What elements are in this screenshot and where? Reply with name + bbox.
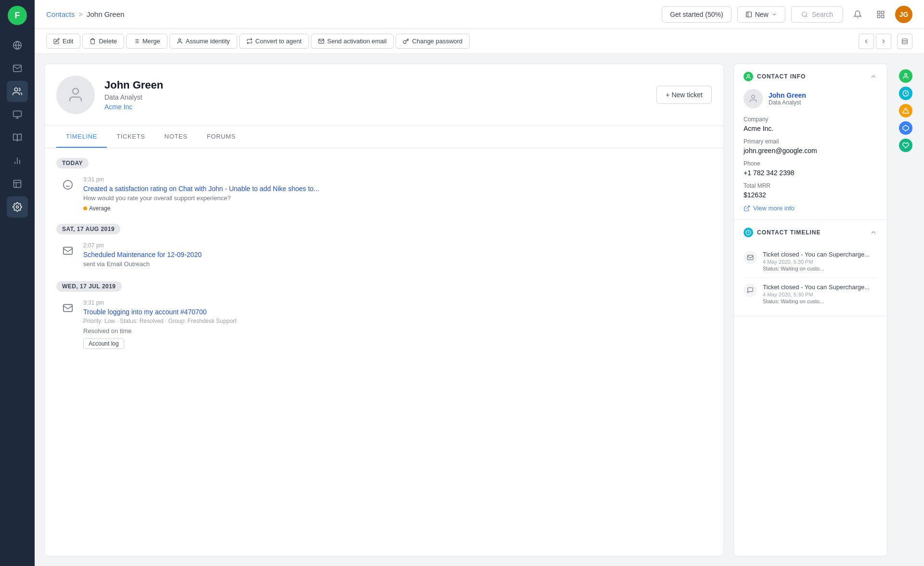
external-link-icon	[744, 205, 750, 212]
nav-arrows	[859, 34, 891, 49]
chevron-right-icon	[880, 38, 887, 45]
convert-icon	[246, 38, 253, 44]
right-panel: CONTACT INFO John Green Data Analyst	[733, 64, 887, 556]
send-activation-email-button[interactable]: Send activation email	[311, 34, 394, 49]
strip-clock-icon	[902, 90, 909, 97]
email-icon-2	[60, 243, 76, 258]
svg-marker-46	[903, 125, 909, 131]
strip-person-icon	[902, 73, 909, 79]
rating-badge: Average	[83, 205, 110, 212]
svg-line-39	[746, 206, 749, 208]
key-icon	[403, 38, 409, 44]
email-send-icon	[318, 38, 324, 44]
timeline-item-title[interactable]: Created a satisfaction rating on Chat wi…	[83, 185, 712, 193]
breadcrumb-contacts[interactable]: Contacts	[46, 10, 75, 18]
merge-button[interactable]: Merge	[126, 34, 167, 49]
user-avatar[interactable]: JG	[895, 6, 912, 23]
timeline-entry-1: Ticket closed - You can Supercharge... 4…	[744, 245, 877, 278]
entry-2-title[interactable]: Ticket closed - You can Supercharge...	[763, 283, 870, 291]
layout-button[interactable]	[897, 34, 912, 49]
timeline-time-2: 2:07 pm	[83, 242, 712, 249]
sidebar-item-book[interactable]	[7, 127, 28, 148]
notification-button[interactable]	[849, 6, 866, 23]
panel-contact-avatar	[744, 89, 763, 108]
mrr-value: $12632	[744, 191, 877, 199]
sidebar-item-settings[interactable]	[7, 196, 28, 218]
strip-icon-2[interactable]	[899, 87, 912, 100]
svg-rect-36	[64, 305, 72, 312]
svg-rect-13	[746, 12, 751, 17]
strip-heart-icon	[902, 142, 909, 149]
breadcrumb-separator: >	[78, 10, 83, 18]
mrr-label: Total MRR	[744, 182, 877, 189]
svg-point-38	[752, 95, 755, 99]
sidebar-item-home[interactable]	[7, 35, 28, 56]
right-strip	[897, 64, 914, 556]
sidebar-item-contacts[interactable]	[7, 81, 28, 102]
orange-dot	[83, 206, 87, 210]
strip-alert-icon	[902, 107, 909, 114]
assume-identity-button[interactable]: Assume identity	[169, 34, 237, 49]
date-badge-wed: WED, 17 JUL 2019	[56, 281, 122, 292]
new-button[interactable]: New	[737, 6, 785, 23]
edit-icon	[53, 38, 60, 44]
prev-arrow[interactable]	[859, 34, 874, 49]
entry-1-title[interactable]: Ticket closed - You can Supercharge...	[763, 251, 870, 258]
sidebar: F	[0, 0, 35, 566]
sidebar-item-inbox[interactable]	[7, 58, 28, 79]
layout-icon	[901, 38, 908, 45]
timeline-item-title-2[interactable]: Scheduled Maintenance for 12-09-2020	[83, 251, 712, 258]
sidebar-item-tickets[interactable]	[7, 104, 28, 125]
email-icon-3	[60, 300, 76, 316]
svg-point-32	[64, 180, 72, 189]
entry-chat-svg	[747, 287, 754, 294]
tab-forums[interactable]: FORUMS	[197, 126, 245, 148]
delete-button[interactable]: Delete	[82, 34, 124, 49]
svg-rect-9	[14, 180, 21, 188]
section-chevron-up-icon	[870, 73, 877, 80]
strip-icon-3[interactable]	[899, 104, 912, 117]
contact-company[interactable]: Acme Inc	[104, 103, 647, 111]
tab-tickets[interactable]: TICKETS	[107, 126, 154, 148]
svg-rect-41	[747, 255, 753, 259]
strip-icon-5[interactable]	[899, 139, 912, 152]
main-panel: John Green Data Analyst Acme Inc + New t…	[44, 64, 724, 556]
timeline-item-title-3[interactable]: Trouble logging into my account #470700	[83, 308, 712, 316]
get-started-button[interactable]: Get started (50%)	[662, 6, 732, 23]
svg-point-27	[179, 39, 180, 41]
app-logo[interactable]: F	[8, 6, 27, 25]
entry-1-status: Status: Waiting on custo...	[763, 266, 870, 271]
contact-header: John Green Data Analyst Acme Inc + New t…	[45, 64, 723, 126]
contact-info-person-row: John Green Data Analyst	[744, 89, 877, 108]
contact-info-header[interactable]: CONTACT INFO	[734, 64, 887, 89]
new-ticket-button[interactable]: + New ticket	[656, 86, 712, 104]
account-log-tag[interactable]: Account log	[83, 338, 124, 349]
view-more-link[interactable]: View more info	[744, 205, 877, 212]
sidebar-item-analytics[interactable]	[7, 150, 28, 171]
contact-timeline-header[interactable]: CONTACT TIMELINE	[734, 220, 887, 245]
integrations-button[interactable]	[872, 6, 889, 23]
next-arrow[interactable]	[876, 34, 891, 49]
search-button[interactable]: Search	[791, 6, 843, 23]
entry-email-icon	[744, 251, 757, 264]
change-password-button[interactable]: Change password	[396, 34, 470, 49]
timeline-time-3: 3:31 pm	[83, 299, 712, 306]
new-icon	[745, 11, 752, 18]
edit-button[interactable]: Edit	[46, 34, 80, 49]
top-header: Contacts > John Green Get started (50%) …	[35, 0, 924, 29]
tab-timeline[interactable]: TIMELINE	[56, 126, 107, 148]
strip-icon-1[interactable]	[899, 69, 912, 83]
svg-rect-18	[882, 11, 884, 13]
svg-rect-35	[64, 247, 72, 255]
tabs: TIMELINE TICKETS NOTES FORUMS	[45, 126, 723, 148]
svg-rect-17	[877, 11, 880, 13]
svg-point-37	[747, 75, 749, 77]
convert-to-agent-button[interactable]: Convert to agent	[239, 34, 309, 49]
tab-notes[interactable]: NOTES	[155, 126, 197, 148]
svg-point-42	[905, 74, 907, 76]
panel-contact-name[interactable]: John Green	[769, 91, 806, 99]
chevron-down-icon	[771, 12, 777, 17]
timeline-item-desc-2: sent via Email Outreach	[83, 260, 712, 268]
sidebar-item-reports[interactable]	[7, 173, 28, 194]
strip-icon-4[interactable]	[899, 121, 912, 135]
